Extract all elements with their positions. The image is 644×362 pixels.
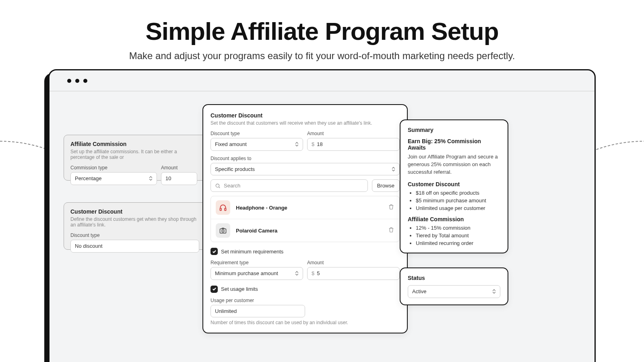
discount-amount-input[interactable]: $18: [307, 138, 400, 151]
discount-type-label: Discount type: [211, 131, 303, 136]
requirement-type-select[interactable]: Minimum purchase amount: [211, 267, 303, 280]
page-title: Simple Affiliate Program Setup: [0, 17, 644, 45]
customer-discount-title: Customer Discount: [211, 112, 400, 119]
discount-type-back-label: Discount type: [70, 232, 202, 238]
product-search-placeholder: Search: [224, 183, 240, 189]
requirement-amount-value: 5: [317, 270, 320, 276]
min-requirements-label: Set minimum requirements: [221, 249, 283, 255]
remove-product-button[interactable]: [388, 226, 394, 234]
usage-limits-checkbox[interactable]: [211, 286, 218, 293]
svg-point-4: [222, 230, 224, 232]
commission-type-value: Percentage: [75, 175, 102, 182]
svg-rect-2: [225, 208, 226, 211]
summary-ac-list: 12% - 15% commissionTiered by Total amou…: [416, 225, 500, 246]
chevron-updown-icon: [392, 167, 395, 171]
browser-window: Affiliate Commission Set up the affiliat…: [48, 69, 596, 362]
discount-type-select[interactable]: Fixed amount: [211, 138, 303, 151]
product-row: Headphone - Orange: [211, 196, 399, 219]
status-title: Status: [408, 275, 500, 281]
headphones-icon: [216, 200, 230, 215]
status-card: Status Active: [400, 267, 508, 305]
browse-button[interactable]: Browse: [372, 179, 400, 192]
applies-to-label: Discount applies to: [211, 156, 400, 161]
summary-ac-title: Affiliate Commission: [408, 216, 500, 222]
usage-per-customer-value: Unlimited: [215, 308, 237, 315]
product-name: Polaroid Camera: [236, 228, 382, 234]
summary-card: Summary Earn Big: 25% Commission Awaits …: [400, 119, 508, 253]
commission-amount-value: 10: [165, 175, 171, 182]
summary-headline: Earn Big: 25% Commission Awaits: [408, 138, 500, 151]
summary-title: Summary: [408, 127, 500, 133]
customer-discount-card: Customer Discount Set the discount that …: [202, 104, 408, 333]
commission-amount-label: Amount: [161, 165, 202, 171]
requirement-amount-prefix: $: [312, 270, 314, 276]
product-search-input[interactable]: Search: [211, 179, 368, 192]
summary-body: Join our Affiliate Program and secure a …: [408, 153, 500, 176]
window-traffic-lights: [67, 79, 87, 83]
customer-discount-desc: Set the discount that customers will rec…: [211, 120, 400, 126]
summary-cd-title: Customer Discount: [408, 181, 500, 187]
usage-per-customer-input[interactable]: Unlimited: [211, 305, 305, 318]
summary-item: 12% - 15% commission: [416, 225, 500, 231]
product-name: Headphone - Orange: [236, 205, 382, 211]
window-titlebar: [50, 70, 594, 91]
page-subtitle: Make and adjust your programs easily to …: [0, 50, 644, 62]
status-select[interactable]: Active: [408, 285, 500, 298]
chevron-updown-icon: [492, 289, 496, 294]
customer-discount-back-desc: Define the discount customers get when t…: [70, 216, 202, 228]
chevron-updown-icon: [295, 142, 299, 146]
status-value: Active: [412, 288, 426, 295]
commission-type-label: Commission type: [70, 165, 157, 171]
affiliate-commission-desc: Set up the affiliate commissions. It can…: [70, 149, 202, 160]
remove-product-button[interactable]: [388, 204, 394, 212]
summary-item: Unlimited usage per customer: [416, 205, 500, 211]
discount-amount-label: Amount: [307, 131, 400, 136]
discount-type-back-value: No discount: [75, 243, 103, 249]
affiliate-commission-card: Affiliate Commission Set up the affiliat…: [64, 135, 208, 181]
camera-icon: [216, 223, 230, 238]
customer-discount-back-card: Customer Discount Define the discount cu…: [64, 202, 208, 250]
svg-rect-3: [220, 229, 226, 233]
search-icon: [215, 183, 221, 189]
chevron-updown-icon: [295, 271, 299, 276]
applies-to-select[interactable]: Specific products: [211, 163, 400, 176]
discount-amount-prefix: $: [312, 141, 314, 147]
commission-type-select[interactable]: Percentage: [70, 172, 157, 185]
summary-item: $18 off on specific products: [416, 190, 500, 196]
customer-discount-back-title: Customer Discount: [70, 208, 202, 215]
affiliate-commission-title: Affiliate Commission: [70, 141, 202, 147]
summary-item: Unlimited recurring order: [416, 240, 500, 246]
usage-helper-text: Number of times this discount can be use…: [211, 320, 400, 325]
requirement-type-value: Minimum purchase amount: [215, 270, 278, 277]
requirement-amount-input[interactable]: $5: [307, 267, 400, 280]
discount-amount-value: 18: [317, 141, 322, 147]
discount-type-back-select[interactable]: No discount: [70, 240, 199, 253]
discount-type-value: Fixed amount: [215, 141, 247, 148]
usage-per-customer-label: Usage per customer: [211, 298, 400, 303]
commission-amount-input[interactable]: 10: [161, 172, 197, 185]
chevron-updown-icon: [149, 176, 153, 181]
requirement-amount-label: Amount: [307, 260, 400, 265]
summary-item: Tiered by Total amount: [416, 232, 500, 239]
svg-rect-1: [220, 208, 221, 211]
summary-cd-list: $18 off on specific products$5 minimum p…: [416, 190, 500, 211]
requirement-type-label: Requirement type: [211, 260, 303, 265]
product-list: Headphone - OrangePolaroid Camera: [211, 196, 400, 242]
applies-to-value: Specific products: [215, 166, 255, 173]
min-requirements-checkbox[interactable]: [211, 248, 218, 255]
usage-limits-label: Set usage limits: [221, 286, 258, 292]
product-row: Polaroid Camera: [211, 219, 399, 242]
summary-item: $5 minimum purchase amount: [416, 197, 500, 204]
svg-point-0: [216, 184, 219, 187]
